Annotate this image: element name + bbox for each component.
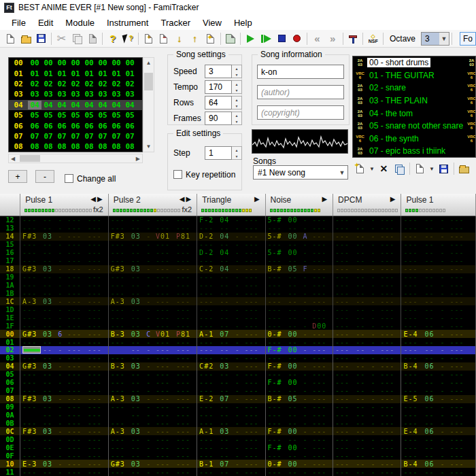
pattern-cell-d[interactable]: --------- <box>333 419 401 427</box>
pattern-cell-t[interactable]: --------- <box>197 452 265 460</box>
pattern-cell-p6[interactable]: --------- <box>401 305 476 313</box>
frame-pattern-value[interactable]: 05 <box>69 111 82 120</box>
pattern-cell-p1[interactable]: ------------ <box>20 419 109 427</box>
pattern-cell-n[interactable]: F-#00---- <box>266 427 334 435</box>
pattern-cell-p2[interactable]: ------------ <box>109 338 197 346</box>
frame-pattern-value[interactable]: 07 <box>41 132 55 141</box>
frame-pattern-value[interactable]: 00 <box>109 58 123 67</box>
frame-row[interactable]: 050505050505050505 <box>9 110 142 120</box>
frame-pattern-value[interactable]: 07 <box>69 132 82 141</box>
channel-header-p2[interactable]: Pulse 2◀▶fx2 <box>109 194 197 216</box>
frame-pattern-value[interactable]: 07 <box>82 132 96 141</box>
frame-vertical-scrollbar[interactable]: ▲ ▼ <box>143 57 154 152</box>
effect-column-expand-icon[interactable]: ▶ <box>322 195 328 203</box>
instrument-item[interactable]: VRC606 - the synth <box>353 133 475 146</box>
instrument-item[interactable]: 2A0307 - epic bass i thiink <box>353 145 475 158</box>
frame-pattern-value[interactable]: 01 <box>109 69 123 78</box>
pattern-cell-n[interactable]: --------- <box>266 257 334 265</box>
pattern-cell-n[interactable]: B-#05---- <box>266 395 334 403</box>
pattern-cell-p2[interactable]: ------------ <box>109 249 197 257</box>
pattern-cell-p6[interactable]: --------- <box>401 411 476 420</box>
frame-pattern-value[interactable]: 01 <box>69 69 82 78</box>
pattern-cell-t[interactable]: --------- <box>197 305 265 313</box>
pattern-cell-p2[interactable]: ------------ <box>109 289 197 297</box>
create-nsf-button[interactable]: ◇NSF <box>365 31 381 46</box>
pattern-cell-t[interactable]: --------- <box>197 313 265 322</box>
pattern-cell-p2[interactable]: ------------ <box>109 419 197 427</box>
pattern-cell-d[interactable]: --------- <box>333 273 401 282</box>
frame-pattern-value[interactable]: 00 <box>28 58 41 67</box>
pattern-cell-d[interactable]: --------- <box>333 257 401 265</box>
frame-pattern-value[interactable]: 04 <box>41 101 55 109</box>
pattern-cell-p2[interactable]: G#303------- <box>109 460 197 468</box>
pattern-cell-n[interactable]: --------- <box>266 435 334 443</box>
frame-pattern-value[interactable]: 01 <box>55 69 69 78</box>
channel-header-d[interactable]: DPCM▶ <box>333 194 401 216</box>
pattern-cell-n[interactable]: --------- <box>266 313 334 322</box>
frame-pattern-value[interactable]: 06 <box>28 122 41 131</box>
pattern-cell-p6[interactable]: --------- <box>401 379 476 387</box>
pattern-cell-p6[interactable]: --------- <box>401 371 476 379</box>
pattern-cell-d[interactable]: --------- <box>333 241 401 249</box>
pattern-cell-t[interactable]: B-107---- <box>197 460 265 468</box>
pattern-cell-n[interactable]: 5-#00A--- <box>266 233 334 241</box>
frames-input[interactable]: 90 <box>205 112 232 125</box>
pattern-cell-t[interactable]: --------- <box>197 354 265 362</box>
frame-pattern-value[interactable]: 06 <box>96 122 109 131</box>
frame-row[interactable]: 070707070707070707 <box>9 131 142 141</box>
pattern-row[interactable]: 11--------------------------------------… <box>0 468 476 476</box>
open-file-button[interactable] <box>18 31 34 46</box>
frame-pattern-value[interactable]: 00 <box>69 58 82 67</box>
pattern-row[interactable]: 0D--------------------------------------… <box>0 435 476 443</box>
pattern-cell-n[interactable]: --------- <box>266 305 334 313</box>
frame-add-pattern-button[interactable]: + <box>8 170 27 183</box>
pattern-cell-n[interactable]: --------- <box>266 419 334 427</box>
prev-frame-button[interactable]: « <box>309 31 325 46</box>
pattern-cell-n[interactable]: --------- <box>266 468 334 476</box>
pattern-cell-p6[interactable]: --------- <box>401 468 476 476</box>
menu-help[interactable]: Help <box>228 16 258 29</box>
pattern-cell-p6[interactable]: --------- <box>401 322 476 330</box>
pattern-cell-t[interactable]: --------- <box>197 411 265 420</box>
pattern-cell-n[interactable]: 0-#00---- <box>266 460 334 468</box>
instrument-item[interactable]: 2A0305 - snare not other snare <box>353 120 475 133</box>
next-frame-button[interactable]: » <box>325 31 341 46</box>
effect-column-arrows-icon[interactable]: ◀▶ <box>180 195 192 203</box>
pattern-cell-p6[interactable]: --------- <box>401 289 476 297</box>
pattern-cell-n[interactable]: B-#05F--- <box>266 265 334 273</box>
frames-spinner[interactable]: ▲▼ <box>232 112 242 125</box>
frame-row[interactable]: 000000000000000000 <box>9 58 142 68</box>
pattern-cell-p2[interactable]: G#303------- <box>109 265 197 273</box>
frame-duplicate-button[interactable]: ✦ <box>203 31 218 46</box>
pattern-cell-p6[interactable]: --------- <box>401 273 476 282</box>
pattern-cell-p2[interactable]: ------------ <box>109 273 197 282</box>
pattern-row[interactable]: 19--------------------------------------… <box>0 273 476 282</box>
pattern-row[interactable]: 0E---------------------------------F-#00… <box>0 443 476 452</box>
pattern-cell-p6[interactable]: --------- <box>401 313 476 322</box>
move-frame-down-button[interactable]: ↓ <box>171 31 187 46</box>
pattern-cell-p2[interactable]: B-303CV01P81 <box>109 330 197 338</box>
pattern-cell-t[interactable]: --------- <box>197 289 265 297</box>
pattern-cell-d[interactable]: --------- <box>333 362 401 371</box>
pattern-cell-p6[interactable]: --------- <box>401 338 476 346</box>
pattern-cell-p1[interactable]: ------------ <box>20 241 109 249</box>
copy-button[interactable] <box>69 31 85 46</box>
scrollbar-thumb[interactable] <box>144 73 153 90</box>
frame-pattern-value[interactable]: 07 <box>96 132 109 141</box>
instrument-item[interactable]: VRC601 - THE GUITAR <box>353 69 475 82</box>
pattern-cell-d[interactable]: --------- <box>333 249 401 257</box>
help-button[interactable]: ? <box>105 31 120 46</box>
pattern-cell-p1[interactable]: --------- <box>20 346 109 354</box>
pattern-cell-p6[interactable]: --------- <box>401 435 476 443</box>
frame-pattern-value[interactable]: 04 <box>69 101 82 109</box>
pattern-cell-p2[interactable]: ------------ <box>109 282 197 290</box>
pattern-cell-t[interactable]: --------- <box>197 282 265 290</box>
pattern-cell-d[interactable]: --------- <box>333 354 401 362</box>
pattern-cell-p2[interactable]: F#303-V01P81 <box>109 233 197 241</box>
follow-toggle-button[interactable]: Fo <box>460 32 476 46</box>
frame-pattern-value[interactable]: 03 <box>109 90 123 99</box>
pattern-cell-p6[interactable]: --------- <box>401 346 476 354</box>
pattern-cell-p1[interactable]: --------- <box>20 411 109 420</box>
frame-editor[interactable]: 0000000000000000000101010101010101010202… <box>8 57 143 152</box>
effect-column-expand-icon[interactable]: ▶ <box>390 195 397 203</box>
